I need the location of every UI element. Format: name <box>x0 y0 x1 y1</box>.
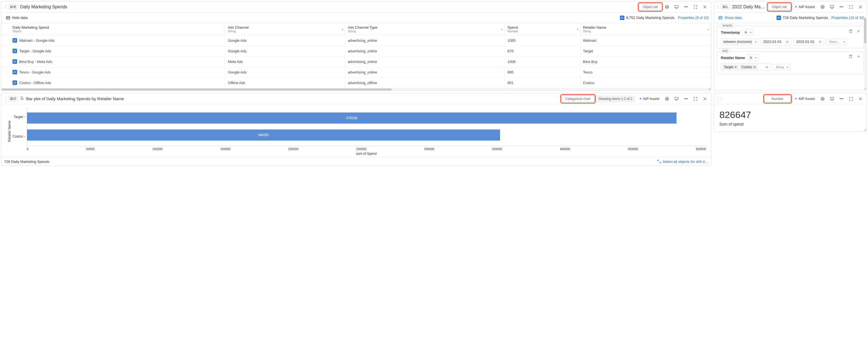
resize-handle-icon[interactable]: ◢ <box>864 87 866 90</box>
expand-icon[interactable] <box>691 95 700 103</box>
drag-handle-icon[interactable]: ⋮⋮ <box>716 5 719 9</box>
remove-tag-icon[interactable]: ✕ <box>734 65 737 69</box>
operator-dropdown[interactable]: is <box>742 29 753 36</box>
drag-handle-icon[interactable]: ⋮⋮ <box>716 97 719 101</box>
y-tick-label: Target - <box>14 107 25 127</box>
and-filter-block: AND Retailer Name is Target✕Costco✕✕ Str… <box>717 51 864 74</box>
vertical-scrollbar[interactable] <box>864 18 866 90</box>
close-icon[interactable] <box>857 3 864 11</box>
table-row[interactable]: Best Buy - Meta AdsMeta Adsadvertising_o… <box>1 57 711 67</box>
filter-tag-item[interactable]: Target✕ <box>722 65 739 70</box>
sparkle-icon: ✦ <box>795 97 798 101</box>
date-start-input[interactable]: 2022-01-01✕ <box>761 38 792 45</box>
x-tick-label: 500000 <box>696 147 706 151</box>
object-set-chip[interactable]: Object set <box>639 4 661 10</box>
delete-icon[interactable] <box>847 53 854 60</box>
close-icon[interactable] <box>701 3 709 11</box>
column-sort-icon[interactable]: ▾ <box>577 28 579 31</box>
operator-dropdown[interactable]: is <box>747 54 759 61</box>
close-icon[interactable] <box>701 95 709 103</box>
where-tag: WHERE <box>720 23 735 28</box>
tags-input[interactable]: Target✕Costco✕✕ <box>721 63 771 71</box>
expand-icon[interactable] <box>847 95 855 103</box>
presentation-icon[interactable] <box>828 95 836 103</box>
table-row[interactable]: Walmart - Google AdsGoogle Adsadvertisin… <box>1 35 711 46</box>
presentation-icon[interactable] <box>828 3 836 11</box>
properties-link[interactable]: Properties (9 of 10) <box>678 15 709 20</box>
gear-icon[interactable] <box>663 95 671 103</box>
clear-icon[interactable]: ✕ <box>786 39 789 44</box>
y-tick-label: Costco - <box>12 127 25 146</box>
table-row[interactable]: Target - Google AdsGoogle Adsadvertising… <box>1 46 711 57</box>
and-tag: AND <box>720 49 731 54</box>
more-icon[interactable]: ••• <box>838 95 845 103</box>
column-header[interactable]: Adv Channel TypeString▾ <box>345 23 504 35</box>
object-count: 8,752 Daily Marketing Spends <box>620 15 674 20</box>
svg-rect-2 <box>6 16 10 17</box>
variable-chip[interactable]: $KS <box>8 96 19 102</box>
x-tick-label: 50000 <box>86 147 95 151</box>
panel-c-header: ⋮⋮ $KS Bar plot of Daily Marketing Spend… <box>1 93 711 104</box>
variable-chip[interactable]: $HE <box>8 4 19 10</box>
categorical-chart-chip[interactable]: Categorical chart <box>562 96 594 102</box>
number-body: 826647 Sum of spend <box>714 104 867 131</box>
chart-bar[interactable]: 478256 <box>27 112 677 123</box>
aip-assist-button[interactable]: ✦AIP Assist <box>792 4 817 10</box>
x-tick-label: 200000 <box>288 147 299 151</box>
clear-all-icon[interactable]: ✕ <box>764 65 770 69</box>
x-tick-label: 400000 <box>560 147 570 151</box>
drag-handle-icon[interactable]: ⋮⋮ <box>4 97 6 101</box>
number-label: Sum of spend <box>719 122 861 127</box>
where-filter-block: WHERE Timestamp is between (inclusive) 2… <box>717 26 864 48</box>
more-icon[interactable]: ••• <box>682 95 690 103</box>
clear-icon[interactable]: ✕ <box>819 39 822 44</box>
column-header[interactable]: Retailer NameString▾ <box>580 23 711 35</box>
delete-icon[interactable] <box>847 28 854 35</box>
table-row[interactable]: Costco - Offline AdsOffline Adsadvertisi… <box>1 78 711 88</box>
gear-icon[interactable] <box>663 3 671 11</box>
time-range-dropdown[interactable]: Time r… <box>827 39 847 45</box>
table-row[interactable]: Tesco - Google AdsGoogle Adsadvertising_… <box>1 67 711 78</box>
show-data-button[interactable]: Show data <box>716 14 744 21</box>
more-icon[interactable]: ••• <box>682 3 690 11</box>
column-sort-icon[interactable]: ▾ <box>342 28 343 31</box>
object-icon <box>12 80 17 85</box>
expand-icon[interactable] <box>847 3 855 11</box>
type-dropdown[interactable]: String <box>773 64 790 70</box>
properties-link[interactable]: Properties (10 of 10) <box>831 15 864 20</box>
svg-rect-6 <box>719 16 722 17</box>
aip-assist-button[interactable]: ✦AIP Assist <box>792 96 817 102</box>
column-header[interactable]: Daily Marketing SpendObject <box>10 23 225 35</box>
expand-icon[interactable] <box>691 3 700 11</box>
column-sort-icon[interactable]: ▾ <box>501 28 502 31</box>
column-header[interactable]: SpendNumber▾ <box>504 23 580 35</box>
add-icon[interactable] <box>855 53 862 60</box>
date-end-input[interactable]: 2023-01-01✕ <box>794 38 824 45</box>
column-header[interactable]: Adv ChannelString▾ <box>225 23 345 35</box>
filter-tag-item[interactable]: Costco✕ <box>740 65 757 70</box>
number-chip[interactable]: Number <box>765 96 790 102</box>
variable-chip[interactable]: $KL <box>720 4 730 10</box>
gear-icon[interactable] <box>819 95 827 103</box>
footer-count: 728 Daily Marketing Spends <box>4 160 50 164</box>
remove-tag-icon[interactable]: ✕ <box>753 65 756 69</box>
horizontal-scrollbar[interactable] <box>1 88 711 91</box>
aip-assist-button[interactable]: ✦AIP Assist <box>637 96 661 102</box>
presentation-icon[interactable] <box>673 95 680 103</box>
more-icon[interactable]: ••• <box>838 3 845 11</box>
panel-number: ⋮⋮ Number ✦AIP Assist ••• 826647 Sum of … <box>714 93 867 132</box>
resize-handle-icon[interactable]: ◢ <box>708 87 711 90</box>
close-icon[interactable] <box>857 95 864 103</box>
add-icon[interactable] <box>855 28 862 35</box>
object-set-chip[interactable]: Object set <box>768 4 790 10</box>
gear-icon[interactable] <box>819 3 827 11</box>
column-sort-icon[interactable]: ▾ <box>708 28 709 31</box>
presentation-icon[interactable] <box>673 3 680 11</box>
drag-handle-icon[interactable]: ⋮⋮ <box>4 5 6 9</box>
panel-title: 2022 Daily Marke <box>732 4 766 9</box>
resize-handle-icon[interactable]: ◢ <box>864 128 866 131</box>
hide-data-button[interactable]: Hide data <box>4 14 30 21</box>
chart-bar[interactable]: 348391 <box>27 130 500 141</box>
mode-dropdown[interactable]: between (inclusive) <box>721 38 758 45</box>
drill-down-link[interactable]: Select all objects for drill d… <box>657 159 708 164</box>
